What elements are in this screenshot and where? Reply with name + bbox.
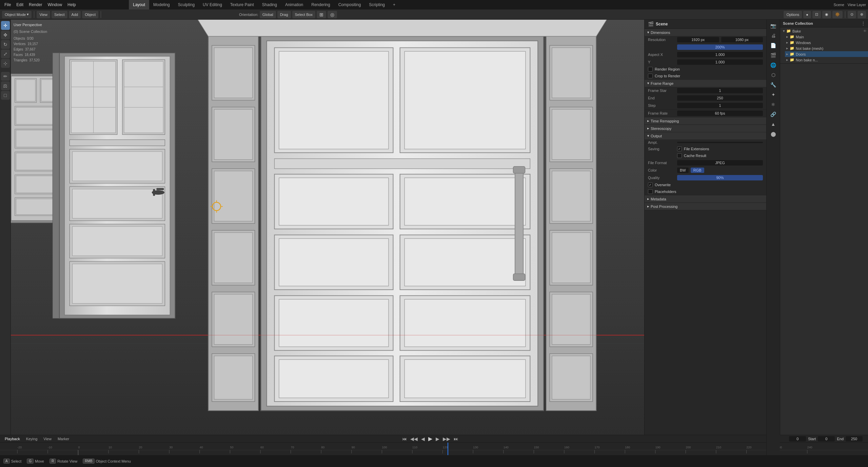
play-btn[interactable]: ▶ bbox=[428, 435, 432, 442]
next-keyframe-btn[interactable]: ▶▶ bbox=[443, 436, 450, 442]
modifier-icon[interactable]: 🔧 bbox=[769, 80, 778, 90]
viewport-gizmo-btn[interactable]: ⊕ bbox=[857, 11, 866, 18]
output-title[interactable]: ▾ Output bbox=[645, 132, 766, 139]
placeholders-checkbox[interactable] bbox=[648, 189, 653, 194]
drag-btn[interactable]: Drag bbox=[277, 11, 291, 18]
tool-transform[interactable]: ⊹ bbox=[1, 59, 10, 68]
view-menu-btn[interactable]: View bbox=[37, 11, 50, 18]
prev-frame-btn[interactable]: ◀ bbox=[421, 436, 425, 442]
timeline-tab-keying[interactable]: Keying bbox=[24, 436, 40, 442]
tab-uv-editing[interactable]: UV Editing bbox=[199, 0, 226, 9]
viewport-shade-solid[interactable]: ● bbox=[803, 11, 811, 18]
resolution-x-value[interactable]: 1920 px bbox=[677, 37, 719, 42]
viewport-overlay-btn[interactable]: ⊙ bbox=[848, 11, 856, 18]
frame-range-title[interactable]: ▾ Frame Range bbox=[645, 80, 766, 87]
select-menu-btn[interactable]: Select bbox=[52, 11, 67, 18]
tab-rendering[interactable]: Rendering bbox=[307, 0, 334, 9]
cache-result-checkbox[interactable] bbox=[677, 153, 682, 158]
collection-item-main[interactable]: ▸ 📁 Main bbox=[785, 34, 868, 40]
menu-help[interactable]: Help bbox=[65, 2, 78, 8]
jump-end-btn[interactable]: ⏭ bbox=[454, 436, 458, 442]
add-menu-btn[interactable]: Add bbox=[69, 11, 81, 18]
resolution-pct-value[interactable]: 200% bbox=[677, 44, 763, 50]
collection-item-non-bake[interactable]: ▸ 📁 Non bake n... bbox=[785, 57, 868, 63]
start-frame-field[interactable]: 0 bbox=[818, 436, 835, 442]
tool-scale[interactable]: ⤢ bbox=[1, 50, 10, 58]
collection-item-windows[interactable]: ▸ 📁 Windows bbox=[785, 40, 868, 45]
jump-start-btn[interactable]: ⏮ bbox=[402, 436, 407, 442]
tab-compositing[interactable]: Compositing bbox=[334, 0, 365, 9]
tab-add[interactable]: + bbox=[389, 0, 399, 9]
physics-icon[interactable]: ⚛ bbox=[769, 100, 778, 109]
timeline-tab-view[interactable]: View bbox=[41, 436, 54, 442]
data-icon[interactable]: ▲ bbox=[769, 119, 778, 129]
particles-icon[interactable]: ✦ bbox=[769, 90, 778, 99]
output-icon[interactable]: 🖨 bbox=[769, 31, 778, 40]
quality-value[interactable]: 90% bbox=[677, 175, 763, 180]
aspect-x-value[interactable]: 1.000 bbox=[677, 52, 763, 57]
scene-icon[interactable]: 🎬 bbox=[769, 51, 778, 60]
next-frame-btn[interactable]: ▶ bbox=[436, 436, 439, 442]
collection-item-doors[interactable]: ▸ 📁 Doors bbox=[785, 51, 868, 57]
end-frame-field[interactable]: 250 bbox=[846, 436, 863, 442]
select-box-btn[interactable]: Select Box bbox=[292, 11, 316, 18]
menu-window[interactable]: Window bbox=[45, 2, 64, 8]
menu-file[interactable]: File bbox=[2, 2, 13, 8]
tool-cursor[interactable]: ✛ bbox=[1, 21, 10, 30]
prev-keyframe-btn[interactable]: ◀◀ bbox=[410, 436, 418, 442]
tool-move[interactable]: ✥ bbox=[1, 31, 10, 39]
object-menu-btn[interactable]: Object bbox=[82, 11, 98, 18]
tab-animation[interactable]: Animation bbox=[281, 0, 307, 9]
tab-scripting[interactable]: Scripting bbox=[365, 0, 389, 9]
object-icon[interactable]: ⬡ bbox=[769, 70, 778, 80]
output-path-value[interactable] bbox=[677, 142, 763, 143]
timeline-tab-marker[interactable]: Marker bbox=[56, 436, 71, 442]
time-remapping-title[interactable]: ▸ Time Remapping bbox=[645, 117, 766, 124]
collection-item-not-bake[interactable]: ▸ 📁 Not bake (mesh) bbox=[785, 45, 868, 51]
tool-rotate[interactable]: ↻ bbox=[1, 40, 10, 49]
viewport-canvas[interactable] bbox=[11, 20, 746, 435]
tab-modeling[interactable]: Modeling bbox=[149, 0, 174, 9]
bake-vis-eye[interactable]: 👁 bbox=[863, 29, 867, 33]
proportional-edit[interactable]: ◎ bbox=[328, 11, 337, 18]
resolution-y-value[interactable]: 1080 px bbox=[721, 37, 763, 42]
current-frame-field[interactable]: 0 bbox=[789, 436, 806, 442]
viewport-3d[interactable] bbox=[11, 20, 746, 435]
collection-options-btn[interactable]: ⋮ bbox=[861, 21, 865, 26]
frame-end-value[interactable]: 250 bbox=[677, 95, 763, 101]
render-region-checkbox[interactable] bbox=[648, 67, 653, 72]
post-processing-title[interactable]: ▸ Post Processing bbox=[645, 203, 766, 210]
tool-measure[interactable]: ⚖ bbox=[1, 81, 10, 90]
aspect-y-value[interactable]: 1.000 bbox=[677, 59, 763, 65]
menu-edit[interactable]: Edit bbox=[14, 2, 26, 8]
viewport-shade-material[interactable]: ◉ bbox=[822, 11, 831, 18]
world-icon[interactable]: 🌐 bbox=[769, 60, 778, 70]
tab-texture-paint[interactable]: Texture Paint bbox=[226, 0, 258, 9]
metadata-title[interactable]: ▸ Metadata bbox=[645, 195, 766, 202]
overwrite-checkbox[interactable] bbox=[648, 182, 653, 187]
stereoscopy-title[interactable]: ▸ Stereoscopy bbox=[645, 125, 766, 132]
tool-annotate[interactable]: ✏ bbox=[1, 72, 10, 81]
crop-render-checkbox[interactable] bbox=[648, 74, 653, 78]
viewport-shade-wireframe[interactable]: ⊡ bbox=[812, 11, 821, 18]
material-icon[interactable]: ⬤ bbox=[769, 129, 778, 139]
rgb-btn[interactable]: RGB bbox=[691, 168, 704, 173]
timeline-ruler[interactable]: -20 -10 0 10 20 30 40 50 60 70 80 90 100 bbox=[0, 443, 868, 455]
snap-toggle[interactable]: ⊞ bbox=[317, 11, 326, 18]
file-ext-checkbox[interactable] bbox=[677, 147, 682, 151]
tab-shading[interactable]: Shading bbox=[258, 0, 281, 9]
orientation-dropdown[interactable]: Global bbox=[260, 11, 276, 18]
options-btn[interactable]: Options bbox=[784, 11, 802, 18]
object-mode-dropdown[interactable]: Object Mode ▾ bbox=[2, 11, 32, 18]
viewport-shade-rendered[interactable]: 🔆 bbox=[832, 11, 843, 18]
tool-add-cube[interactable]: □ bbox=[1, 91, 10, 100]
frame-step-value[interactable]: 1 bbox=[677, 103, 763, 108]
dimensions-title[interactable]: ▾ Dimensions bbox=[645, 29, 766, 36]
frame-start-value[interactable]: 1 bbox=[677, 88, 763, 93]
timeline-tab-playback[interactable]: Playback bbox=[3, 436, 22, 442]
tab-layout[interactable]: Layout bbox=[129, 0, 149, 9]
frame-rate-value[interactable]: 60 fps bbox=[677, 111, 763, 116]
tab-sculpting[interactable]: Sculpting bbox=[174, 0, 199, 9]
menu-render[interactable]: Render bbox=[26, 2, 44, 8]
view-layer-icon[interactable]: 📄 bbox=[769, 41, 778, 50]
